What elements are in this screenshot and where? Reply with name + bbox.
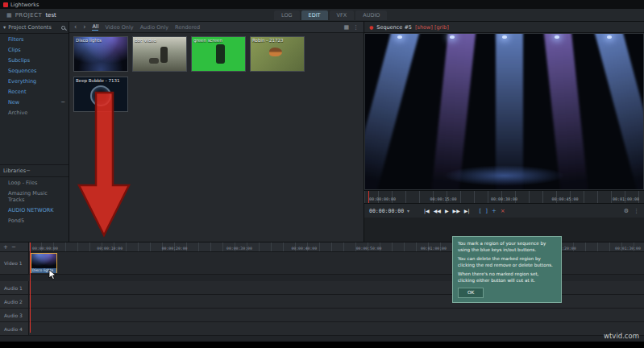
ruler-label: 00:00:50:00 xyxy=(356,246,382,251)
tooltip-text-2: You can delete the marked region by clic… xyxy=(458,256,557,268)
sidebar-item-recent[interactable]: Recent xyxy=(0,86,69,97)
annotation-arrow-icon xyxy=(74,90,135,242)
bin-tab-all[interactable]: All xyxy=(92,23,98,31)
play-button[interactable]: ▶ xyxy=(445,208,449,213)
project-selector[interactable]: ▦ PROJECT test xyxy=(6,12,56,19)
bottom-bar xyxy=(0,342,644,348)
track-lane[interactable] xyxy=(29,322,644,335)
sequence-viewer: ● Sequence #5 [show] [grib] 00:00:00:00 … xyxy=(364,22,644,242)
track-header[interactable]: Audio 4 xyxy=(0,322,29,335)
sidebar-item-subclips[interactable]: Subclips xyxy=(0,55,69,65)
menu-bar: ▦ PROJECT test LOG EDIT VFX AUDIO xyxy=(0,9,644,22)
viewer-timecode-ruler[interactable]: 00:00:00:00 00:00:15:00 00:00:30:00 00:0… xyxy=(364,190,644,203)
sidebar-item-everything[interactable]: Everything xyxy=(0,76,69,86)
stage-floor-glow xyxy=(443,165,566,186)
grid-icon: ▦ xyxy=(6,12,12,19)
tab-vfx[interactable]: VFX xyxy=(330,10,355,20)
viewer-header: ● Sequence #5 [show] [grib] xyxy=(364,22,644,33)
ok-button[interactable]: OK xyxy=(458,288,484,298)
bin-tab-video-only[interactable]: Video Only xyxy=(105,24,133,31)
viewer-menu-icon[interactable]: ⋮ xyxy=(634,208,639,214)
ruler-label: 00:00:00:00 xyxy=(369,197,396,201)
sidebar-item-archive[interactable]: Archive xyxy=(0,107,69,118)
tab-audio[interactable]: AUDIO xyxy=(355,10,387,20)
chevron-right-icon[interactable]: › xyxy=(83,23,85,31)
clip-tile-green-screen[interactable]: green screen xyxy=(191,36,246,72)
kebab-menu-icon[interactable]: ⋮ xyxy=(353,24,359,31)
record-dot-icon: ● xyxy=(369,24,373,30)
mode-tabs: LOG EDIT VFX AUDIO xyxy=(274,10,387,20)
viewer-playhead-marker[interactable] xyxy=(368,191,369,203)
clip-tile-disco-lights[interactable]: Disco lights xyxy=(73,36,128,72)
caret-down-icon[interactable]: ▾ xyxy=(407,208,409,213)
library-item-amazing-music[interactable]: Amazing Music Tracks xyxy=(0,188,69,205)
ruler-label: 00:00:20:00 xyxy=(162,246,188,251)
project-label: PROJECT xyxy=(15,12,43,19)
sequence-title: Sequence #5 xyxy=(376,24,412,31)
stage-lamps xyxy=(373,35,635,39)
watermark: wtvid.com xyxy=(604,332,639,340)
ruler-label: 00:01:00:00 xyxy=(421,246,447,251)
ruler-label: 00:00:00:00 xyxy=(32,246,58,251)
tab-log[interactable]: LOG xyxy=(274,10,300,20)
tooltip-text-3: When there's no marked region set, click… xyxy=(458,271,557,284)
tab-edit[interactable]: EDIT xyxy=(301,10,328,20)
ruler-label: 00:00:40:00 xyxy=(291,246,317,251)
go-to-end-button[interactable]: ▶| xyxy=(464,208,470,213)
ruler-label: 00:00:15:00 xyxy=(430,197,456,201)
library-item-loop-files[interactable]: Loop - Files xyxy=(0,177,69,188)
go-to-start-button[interactable]: |◀ xyxy=(424,208,430,213)
clip-tile-robin[interactable]: Robin - 21723 xyxy=(250,36,305,72)
collapse-icon[interactable]: − xyxy=(60,99,65,106)
track-header[interactable]: Video 1 xyxy=(0,252,29,274)
bin-tab-bar: ‹ › All Video Only Audio Only Rendered ▦… xyxy=(69,22,364,33)
light-beam xyxy=(593,33,644,190)
bin-tab-rendered[interactable]: Rendered xyxy=(175,24,200,31)
clip-thumbnail xyxy=(31,254,56,268)
app-window: Lightworks ▦ PROJECT test LOG EDIT VFX A… xyxy=(0,0,644,348)
ruler-label: 00:01:30:00 xyxy=(615,246,641,251)
mark-out-button[interactable]: ] xyxy=(485,208,488,214)
track-lane[interactable] xyxy=(29,309,644,321)
clip-tile-dog-video[interactable]: dog video xyxy=(132,36,187,72)
settings-icon[interactable]: ⚙ xyxy=(624,208,629,214)
mark-in-button[interactable]: [ xyxy=(479,208,481,214)
library-item-pond5[interactable]: Pond5 xyxy=(0,215,69,226)
tooltip-text-1: You mark a region of your sequence by us… xyxy=(458,241,557,253)
project-contents-header[interactable]: ▾ Project Contents xyxy=(0,22,69,34)
track-header[interactable]: Audio 3 xyxy=(0,309,29,321)
search-icon[interactable] xyxy=(61,26,65,30)
sidebar-item-new[interactable]: New − xyxy=(0,97,69,107)
ruler-label: 00:00:45:00 xyxy=(551,197,578,201)
collapse-icon[interactable]: − xyxy=(26,168,31,174)
sidebar-item-filters[interactable]: Filters xyxy=(0,34,69,44)
timeline-playhead[interactable] xyxy=(30,242,31,333)
chevron-down-icon: ▾ xyxy=(3,24,6,31)
remove-button[interactable]: × xyxy=(501,208,505,214)
libraries-title: Libraries xyxy=(3,168,26,174)
title-bar: Lightworks xyxy=(0,0,644,9)
tile-view-icon[interactable]: ▦ xyxy=(343,24,349,31)
sidebar-item-clips[interactable]: Clips xyxy=(0,44,69,55)
timecode-display[interactable]: 00:00:00:00 xyxy=(369,208,404,214)
fast-forward-button[interactable]: ▶▶ xyxy=(453,208,460,213)
track-header[interactable]: Audio 1 xyxy=(0,281,29,294)
libraries-header[interactable]: Libraries − xyxy=(0,164,69,177)
zoom-in-button[interactable]: + xyxy=(3,244,8,251)
ruler-label: 00:00:10:00 xyxy=(97,246,123,251)
library-item-audio-network[interactable]: AUDIO NETWORK xyxy=(0,205,69,215)
viewer-video-frame[interactable] xyxy=(364,33,644,190)
timeline-tools: + − xyxy=(0,242,29,251)
zoom-out-button[interactable]: − xyxy=(11,244,16,251)
insert-button[interactable]: + xyxy=(492,208,497,214)
ruler-label: 00:00:30:00 xyxy=(491,197,517,201)
sidebar-item-sequences[interactable]: Sequences xyxy=(0,65,69,76)
app-logo-icon xyxy=(3,2,8,7)
chevron-left-icon[interactable]: ‹ xyxy=(74,23,77,31)
bin-tab-audio-only[interactable]: Audio Only xyxy=(140,24,168,31)
track-header[interactable]: Audio 2 xyxy=(0,295,29,308)
rewind-button[interactable]: ◀◀ xyxy=(434,208,441,213)
ruler-label: 00:01:00:00 xyxy=(613,197,639,201)
ruler-label: 00:00:30:00 xyxy=(226,246,252,251)
help-tooltip: You mark a region of your sequence by us… xyxy=(452,236,562,303)
